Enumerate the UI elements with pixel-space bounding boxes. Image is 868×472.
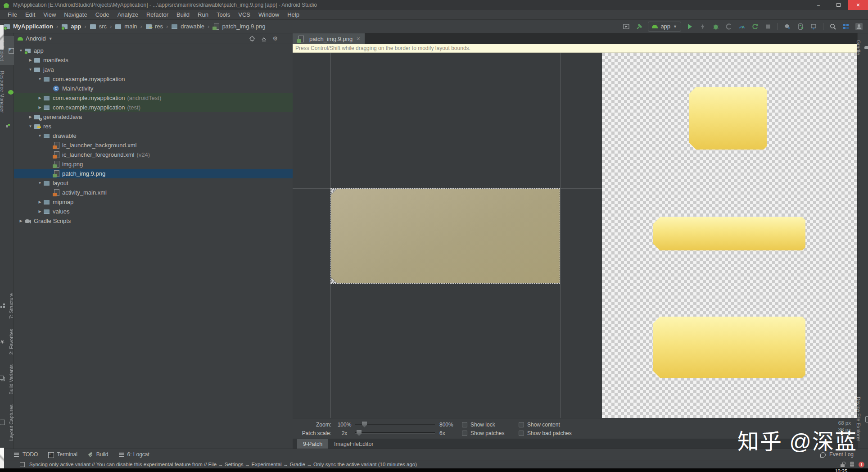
breadcrumb-item[interactable]: main <box>115 23 145 30</box>
chevron-icon[interactable] <box>18 49 24 53</box>
menu-item[interactable]: Help <box>283 11 303 18</box>
avd-manager-icon[interactable] <box>796 22 805 31</box>
memory-indicator-icon[interactable] <box>850 462 854 467</box>
profiler-icon[interactable] <box>737 22 746 31</box>
tool-window-stripe-button[interactable] <box>1 119 12 133</box>
tree-row[interactable]: activity_main.xml <box>14 188 293 197</box>
run-configuration-select[interactable]: app ▼ <box>648 22 681 32</box>
tree-row[interactable]: MainActivity <box>14 84 293 93</box>
close-button[interactable]: ✕ <box>848 0 868 10</box>
tool-window-stripe-button[interactable]: Build Variants <box>0 360 15 399</box>
editor-tab[interactable]: patch_img.9.png ✕ <box>293 33 365 44</box>
menu-item[interactable]: Code <box>91 11 113 18</box>
patch-scale-slider-thumb[interactable] <box>357 430 362 436</box>
tool-window-button[interactable]: 6: Logcat <box>118 451 149 458</box>
menu-item[interactable]: View <box>39 11 60 18</box>
tool-window-button[interactable]: TODO <box>14 451 38 458</box>
patch-guide-line-vertical[interactable] <box>560 53 561 418</box>
chevron-icon[interactable] <box>36 200 43 204</box>
editor-mode-tab[interactable]: 9-Patch <box>297 439 328 449</box>
avatar-icon[interactable] <box>854 22 863 31</box>
show-content-checkbox[interactable]: Show content <box>519 422 582 428</box>
tree-row[interactable]: values <box>14 207 293 216</box>
tree-row[interactable]: java <box>14 65 293 74</box>
tree-row[interactable]: com.example.myapplication (androidTest) <box>14 93 293 103</box>
chevron-icon[interactable] <box>27 68 34 72</box>
tree-row[interactable]: res <box>14 122 293 131</box>
chevron-icon[interactable] <box>27 124 34 128</box>
sdk-manager-icon[interactable] <box>809 22 818 31</box>
tool-windows-icon[interactable] <box>622 22 631 31</box>
patch-scale-slider-track[interactable] <box>355 432 435 434</box>
chevron-icon[interactable] <box>36 134 43 138</box>
breadcrumb-item[interactable]: res <box>145 23 171 30</box>
nine-patch-source-image[interactable] <box>330 188 560 284</box>
menu-item[interactable]: Analyze <box>113 11 142 18</box>
menu-item[interactable]: Window <box>254 11 283 18</box>
tree-row[interactable]: Gradle Scripts <box>14 216 293 226</box>
tree-row[interactable]: patch_img.9.png <box>14 169 293 178</box>
project-structure-icon[interactable] <box>841 22 850 31</box>
chevron-icon[interactable] <box>36 105 43 109</box>
tool-window-stripe-button[interactable]: Resource Manager <box>0 67 15 117</box>
build-hammer-icon[interactable] <box>635 22 644 31</box>
tree-row[interactable]: ic_launcher_background.xml <box>14 141 293 150</box>
stop-button[interactable] <box>764 22 773 31</box>
breadcrumb-item[interactable]: drawable <box>171 23 212 30</box>
close-tab-icon[interactable]: ✕ <box>356 36 360 42</box>
project-view-selector[interactable]: Android <box>26 35 46 42</box>
tree-row[interactable]: mipmap <box>14 197 293 207</box>
tool-window-button[interactable]: Terminal <box>48 451 77 458</box>
hide-panel-icon[interactable]: — <box>283 36 289 41</box>
show-bad-patches-checkbox[interactable]: Show bad patches <box>519 430 582 436</box>
chevron-icon[interactable] <box>36 77 43 81</box>
menu-item[interactable]: Navigate <box>60 11 91 18</box>
chevron-down-icon[interactable]: ▼ <box>49 36 53 41</box>
tree-row[interactable]: generatedJava <box>14 112 293 122</box>
checkbox-box[interactable] <box>519 422 524 427</box>
maximize-button[interactable] <box>828 0 848 10</box>
zoom-slider[interactable] <box>355 422 435 427</box>
locate-icon[interactable] <box>249 36 255 42</box>
profile-button[interactable] <box>724 22 733 31</box>
checkbox-box[interactable] <box>462 422 467 427</box>
menu-item[interactable]: VCS <box>234 11 254 18</box>
breadcrumb-item[interactable]: app <box>61 23 89 30</box>
tree-row[interactable]: com.example.myapplication (test) <box>14 103 293 112</box>
tool-window-stripe-button[interactable]: 2: Favorites <box>0 325 15 359</box>
tool-window-button[interactable]: Build <box>87 451 108 458</box>
checkbox-box[interactable] <box>462 431 467 436</box>
menu-item[interactable]: Tools <box>212 11 234 18</box>
tree-row[interactable]: layout <box>14 178 293 188</box>
tree-row[interactable]: drawable <box>14 131 293 141</box>
breadcrumb-item[interactable]: src <box>90 23 115 30</box>
menu-item[interactable]: File <box>4 11 21 18</box>
status-message[interactable]: Syncing only active variant // You can d… <box>29 462 417 467</box>
chevron-icon[interactable] <box>27 58 34 62</box>
menu-item[interactable]: Run <box>194 11 212 18</box>
tool-window-stripe-button[interactable]: Layout Captures <box>0 400 15 445</box>
menu-item[interactable]: Edit <box>21 11 39 18</box>
tool-window-toggle-icon[interactable] <box>20 462 25 467</box>
error-badge-icon[interactable]: ! <box>859 462 864 467</box>
nine-patch-canvas[interactable] <box>293 53 602 418</box>
settings-gear-icon[interactable]: ⚙ <box>272 36 278 41</box>
run-button[interactable] <box>685 22 694 31</box>
show-lock-checkbox[interactable]: Show lock <box>462 422 512 428</box>
patch-guide-line-horizontal[interactable] <box>293 284 602 284</box>
show-patches-checkbox[interactable]: Show patches <box>462 430 512 436</box>
chevron-icon[interactable] <box>36 181 43 185</box>
unlock-icon[interactable] <box>840 462 845 467</box>
sync-refresh-icon[interactable] <box>750 22 760 31</box>
menu-item[interactable]: Refactor <box>142 11 172 18</box>
checkbox-box[interactable] <box>519 431 524 436</box>
chevron-icon[interactable] <box>36 96 43 100</box>
chevron-icon[interactable] <box>18 219 24 223</box>
tool-window-stripe-button[interactable]: 7: Structure <box>0 289 15 323</box>
zoom-slider-thumb[interactable] <box>362 422 367 427</box>
apply-changes-icon[interactable] <box>698 22 707 31</box>
minimize-button[interactable]: – <box>809 0 828 10</box>
collapse-all-icon[interactable] <box>261 36 267 42</box>
tree-row[interactable]: manifests <box>14 55 293 65</box>
breadcrumb-item[interactable]: MyApplication <box>4 23 61 30</box>
